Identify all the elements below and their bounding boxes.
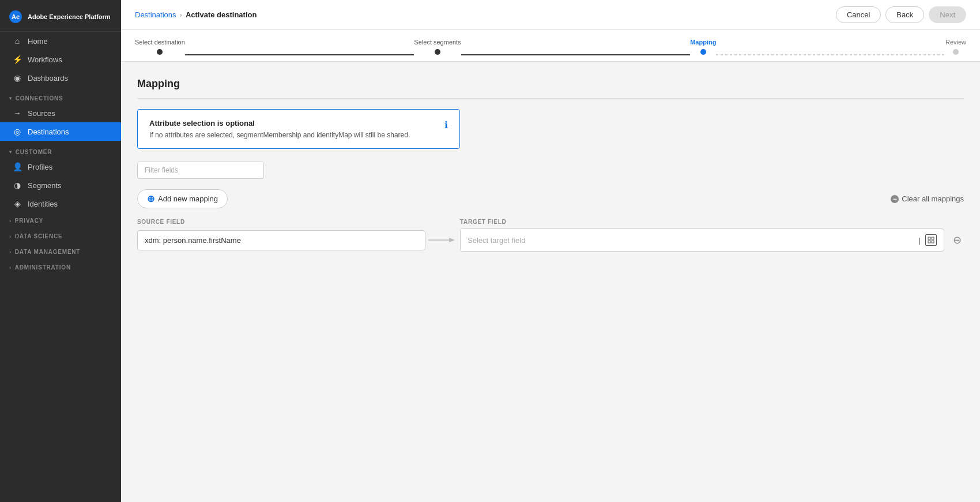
steps-bar: Select destination Select segments Mappi… [121,30,980,62]
sidebar-item-profiles[interactable]: 👤 Profiles [0,158,121,176]
minus-circle-icon: − [891,195,899,203]
dashboards-icon: ◉ [13,73,22,83]
sidebar-item-home-label: Home [28,37,48,46]
data-science-section[interactable]: › DATA SCIENCE [0,228,121,244]
clear-mappings-label: Clear all mappings [902,194,964,203]
customer-section-label: CUSTOMER [16,149,52,155]
sidebar-item-home[interactable]: ⌂ Home [0,32,121,50]
step-mapping-label: Mapping [690,39,716,46]
target-field-box[interactable]: Select target field | [460,228,944,252]
svg-rect-5 [932,241,934,243]
topbar-actions: Cancel Back Next [836,6,966,23]
sources-icon: → [13,108,22,118]
connections-section[interactable]: ▾ CONNECTIONS [0,87,121,104]
target-field-label: TARGET FIELD [460,219,964,225]
step-select-destination: Select destination [135,39,185,55]
destinations-icon: ◎ [13,127,22,136]
main-area: Destinations › Activate destination Canc… [121,0,980,502]
mapping-arrow [425,235,460,245]
sidebar-item-sources[interactable]: → Sources [0,104,121,122]
field-headers: SOURCE FIELD TARGET FIELD [137,219,964,225]
privacy-section[interactable]: › PRIVACY [0,213,121,228]
page-title: Mapping [137,78,964,90]
sidebar-item-identities-label: Identities [28,200,58,208]
clear-mappings-button[interactable]: − Clear all mappings [891,194,964,203]
identities-icon: ◈ [13,199,22,208]
administration-section[interactable]: › ADMINISTRATION [0,260,121,275]
adobe-logo-icon: Ae [9,10,22,23]
data-management-section-label: DATA MANAGEMENT [15,249,80,255]
step-line-2 [461,54,691,55]
target-field-placeholder: Select target field [468,236,525,245]
sidebar-item-workflows[interactable]: ⚡ Workflows [0,50,121,69]
svg-rect-2 [928,237,930,239]
workflows-icon: ⚡ [13,55,22,64]
sidebar-item-profiles-label: Profiles [28,163,52,171]
arrow-right-icon [428,235,457,245]
remove-mapping-button[interactable]: ⊖ [950,233,964,247]
step-select-segments-label: Select segments [414,39,461,46]
svg-marker-1 [449,238,455,242]
step-mapping-dot [700,49,706,55]
sidebar-item-identities[interactable]: ◈ Identities [0,194,121,213]
step-line-1 [185,54,414,55]
data-management-section[interactable]: › DATA MANAGEMENT [0,244,121,260]
administration-expand-icon: › [9,265,12,271]
title-divider [137,98,964,99]
filter-fields-input[interactable] [137,162,264,179]
segments-icon: ◑ [13,181,22,190]
steps-container: Select destination Select segments Mappi… [135,38,966,61]
data-management-expand-icon: › [9,249,12,255]
breadcrumb-current: Activate destination [186,10,257,19]
privacy-section-label: PRIVACY [15,218,43,224]
svg-rect-3 [932,237,934,239]
plus-icon: ⊕ [147,193,154,204]
next-button: Next [929,6,966,23]
sidebar-item-destinations[interactable]: ◎ Destinations [0,122,121,141]
sidebar-item-segments[interactable]: ◑ Segments [0,176,121,194]
mapping-row: xdm: person.name.firstName Select target… [137,228,964,252]
step-review: Review [945,39,966,55]
customer-section[interactable]: ▾ CUSTOMER [0,141,121,158]
profiles-icon: 👤 [13,162,22,171]
info-box-title: Attribute selection is optional [149,119,410,128]
back-button[interactable]: Back [885,6,924,23]
step-select-destination-dot [157,49,163,55]
filter-row [137,162,964,179]
topbar: Destinations › Activate destination Canc… [121,0,980,30]
customer-chevron-icon: ▾ [9,149,12,155]
sidebar-logo-label: Adobe Experience Platform [28,13,111,20]
remove-icon: ⊖ [953,234,962,246]
breadcrumb-parent[interactable]: Destinations [135,10,176,19]
step-review-label: Review [945,39,966,46]
breadcrumb-separator: › [180,10,182,19]
step-line-3 [716,54,945,55]
connections-chevron-icon: ▾ [9,96,12,101]
data-science-expand-icon: › [9,234,12,239]
info-box-description: If no attributes are selected, segmentMe… [149,131,410,139]
sidebar-item-workflows-label: Workflows [28,55,62,64]
sidebar-item-sources-label: Sources [28,109,55,118]
step-mapping: Mapping [690,39,716,55]
cancel-button[interactable]: Cancel [836,6,881,23]
sidebar-item-dashboards[interactable]: ◉ Dashboards [0,69,121,87]
connections-section-label: CONNECTIONS [16,95,63,102]
administration-section-label: ADMINISTRATION [15,264,71,271]
source-field-label: SOURCE FIELD [137,219,425,225]
step-select-segments-dot [435,49,440,55]
target-field-icons: | [919,234,937,246]
info-circle-icon: ℹ [444,119,448,130]
info-box-content: Attribute selection is optional If no at… [149,119,410,139]
add-mapping-button[interactable]: ⊕ Add new mapping [137,189,228,208]
home-icon: ⌂ [13,36,22,46]
source-field-box[interactable]: xdm: person.name.firstName [137,230,425,250]
step-select-segments: Select segments [414,39,461,55]
mapping-actions: ⊕ Add new mapping − Clear all mappings [137,189,964,208]
data-science-section-label: DATA SCIENCE [15,233,63,239]
page-content: Mapping Attribute selection is optional … [121,62,980,502]
sidebar-item-segments-label: Segments [28,181,62,190]
sidebar: Ae Adobe Experience Platform ⌂ Home ⚡ Wo… [0,0,121,502]
breadcrumb: Destinations › Activate destination [135,10,257,19]
schema-icon[interactable] [925,234,937,246]
sidebar-item-dashboards-label: Dashboards [28,74,68,83]
